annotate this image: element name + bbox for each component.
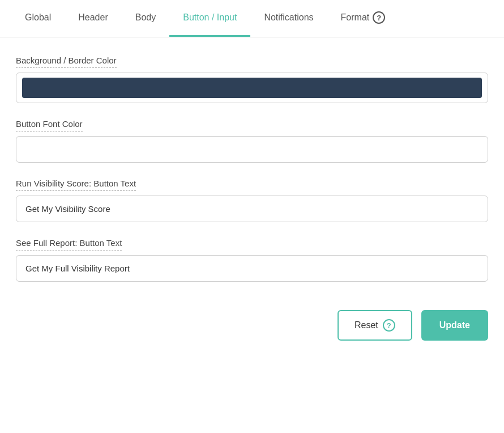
run-visibility-label: Run Visibility Score: Button Text	[16, 179, 136, 191]
reset-help-icon[interactable]: ?	[383, 319, 395, 332]
format-help-icon[interactable]: ?	[373, 11, 385, 24]
reset-label: Reset	[354, 320, 378, 330]
tab-body[interactable]: Body	[122, 0, 169, 37]
bg-border-color-label: Background / Border Color	[16, 56, 117, 68]
tab-notifications[interactable]: Notifications	[250, 0, 327, 37]
button-font-color-label: Button Font Color	[16, 119, 83, 131]
button-font-color-input[interactable]	[16, 136, 488, 163]
tab-header[interactable]: Header	[65, 0, 121, 37]
update-button[interactable]: Update	[421, 310, 488, 341]
see-full-report-label: See Full Report: Button Text	[16, 238, 122, 251]
action-button-row: Reset ? Update	[16, 304, 488, 341]
tab-bar: Global Header Body Button / Input Notifi…	[0, 0, 504, 37]
tab-global[interactable]: Global	[11, 0, 65, 37]
run-visibility-input[interactable]	[16, 196, 488, 222]
bg-border-color-input-wrapper[interactable]	[16, 73, 488, 103]
bg-border-color-swatch[interactable]	[22, 78, 482, 98]
button-font-color-section: Button Font Color	[16, 119, 488, 163]
reset-button[interactable]: Reset ?	[338, 310, 412, 341]
bg-border-color-section: Background / Border Color	[16, 56, 488, 103]
tab-format[interactable]: Format ?	[327, 0, 399, 37]
see-full-report-section: See Full Report: Button Text	[16, 238, 488, 282]
content-area: Background / Border Color Button Font Co…	[0, 37, 504, 359]
run-visibility-section: Run Visibility Score: Button Text	[16, 179, 488, 222]
tab-button-input[interactable]: Button / Input	[169, 0, 250, 37]
see-full-report-input[interactable]	[16, 255, 488, 282]
